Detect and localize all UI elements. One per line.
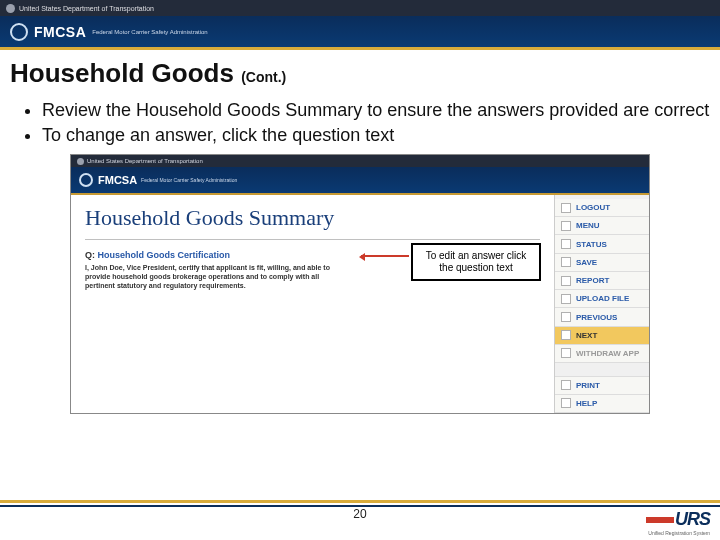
save-icon — [561, 257, 571, 267]
sidebar-item-help[interactable]: HELP — [555, 395, 649, 413]
print-icon — [561, 380, 571, 390]
fmcsa-logo-icon — [10, 23, 28, 41]
menu-icon — [561, 221, 571, 231]
sidebar-item-label: SAVE — [576, 258, 597, 267]
q-prefix: Q: — [85, 250, 95, 260]
slide-footer: 20 URS Unified Registration System — [0, 500, 720, 540]
ss-heading: Household Goods Summary — [85, 205, 540, 231]
sidebar-item-label: STATUS — [576, 240, 607, 249]
sidebar-item-label: PREVIOUS — [576, 313, 617, 322]
footer-rule — [0, 505, 720, 507]
bullet-item: Review the Household Goods Summary to en… — [42, 99, 710, 122]
fmcsa-brand: FMCSA — [34, 24, 86, 40]
usa-seal-icon — [77, 158, 84, 165]
callout-arrow-icon — [361, 255, 409, 257]
sidebar-item-label: HELP — [576, 399, 597, 408]
urs-tagline: Unified Registration System — [648, 530, 710, 536]
ss-sub: Federal Motor Carrier Safety Administrat… — [141, 177, 237, 183]
sidebar-item-menu[interactable]: MENU — [555, 217, 649, 235]
logout-icon — [561, 203, 571, 213]
ss-sidebar: LOGOUTMENUSTATUSSAVEREPORTUPLOAD FILEPRE… — [554, 195, 649, 413]
sidebar-item-label: PRINT — [576, 381, 600, 390]
fmcsa-header-bar: FMCSA Federal Motor Carrier Safety Admin… — [0, 16, 720, 50]
urs-bar-icon — [646, 517, 674, 523]
sidebar-item-label: UPLOAD FILE — [576, 294, 629, 303]
question-link[interactable]: Household Goods Certification — [98, 250, 231, 260]
help-icon — [561, 398, 571, 408]
fmcsa-logo-icon — [79, 173, 93, 187]
divider — [85, 239, 540, 240]
withdraw-icon — [561, 348, 571, 358]
instruction-list: Review the Household Goods Summary to en… — [42, 99, 710, 146]
gov-header-text: United States Department of Transportati… — [19, 5, 154, 12]
sidebar-item-label: LOGOUT — [576, 203, 610, 212]
question-body: I, John Doe, Vice President, certify tha… — [85, 264, 345, 290]
fmcsa-subtitle: Federal Motor Carrier Safety Administrat… — [92, 29, 207, 35]
urs-logo-block: URS Unified Registration System — [646, 509, 710, 536]
next-icon — [561, 330, 571, 340]
embedded-screenshot: United States Department of Transportati… — [70, 154, 650, 414]
sidebar-item-label: REPORT — [576, 276, 609, 285]
ss-gov-bar: United States Department of Transportati… — [71, 155, 649, 167]
sidebar-item-upload-file[interactable]: UPLOAD FILE — [555, 290, 649, 308]
urs-logo: URS — [646, 509, 710, 530]
title-cont: (Cont.) — [241, 69, 286, 85]
ss-gov-text: United States Department of Transportati… — [87, 158, 203, 164]
title-main: Household Goods — [10, 58, 234, 88]
sidebar-item-next[interactable]: NEXT — [555, 327, 649, 345]
sidebar-item-label: WITHDRAW APP — [576, 349, 639, 358]
ss-content-area: Household Goods Summary Q: Household Goo… — [71, 195, 554, 413]
sidebar-item-print[interactable]: PRINT — [555, 377, 649, 395]
previous-icon — [561, 312, 571, 322]
ss-fmcsa-bar: FMCSA Federal Motor Carrier Safety Admin… — [71, 167, 649, 195]
sidebar-item-report[interactable]: REPORT — [555, 272, 649, 290]
report-icon — [561, 276, 571, 286]
sidebar-item-previous[interactable]: PREVIOUS — [555, 308, 649, 326]
sidebar-item-logout[interactable]: LOGOUT — [555, 199, 649, 217]
status-icon — [561, 239, 571, 249]
sidebar-item-status[interactable]: STATUS — [555, 235, 649, 253]
sidebar-item-withdraw-app[interactable]: WITHDRAW APP — [555, 345, 649, 363]
bullet-item: To change an answer, click the question … — [42, 124, 710, 147]
upload-icon — [561, 294, 571, 304]
gov-header-bar: United States Department of Transportati… — [0, 0, 720, 16]
usa-seal-icon — [6, 4, 15, 13]
sidebar-item-label: MENU — [576, 221, 600, 230]
callout-box: To edit an answer click the question tex… — [411, 243, 541, 281]
ss-brand: FMCSA — [98, 174, 137, 186]
urs-logo-text: URS — [675, 509, 710, 529]
sidebar-item-save[interactable]: SAVE — [555, 254, 649, 272]
page-title: Household Goods (Cont.) — [10, 58, 710, 89]
sidebar-item-label: NEXT — [576, 331, 597, 340]
